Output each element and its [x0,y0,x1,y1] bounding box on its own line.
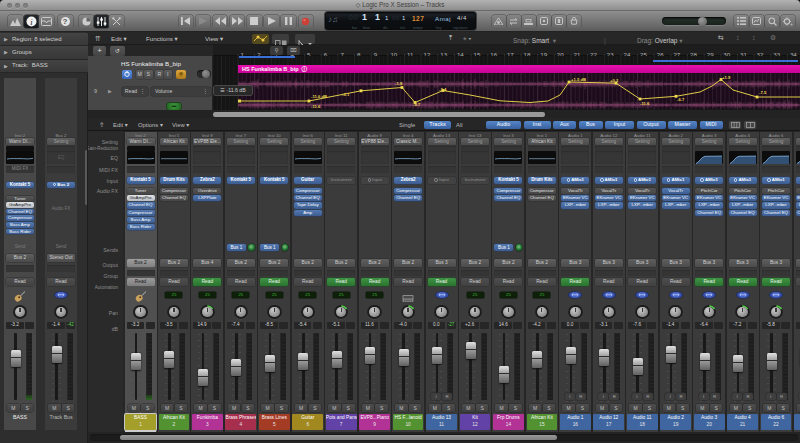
svg-text:-7.5: -7.5 [759,90,767,95]
svg-text:-11.6: -11.6 [640,101,650,106]
svg-text:-1.8: -1.8 [395,81,403,86]
svg-text:-3.1: -3.1 [342,92,350,97]
svg-text:-11.6 dB: -11.6 dB [311,94,327,99]
svg-text:-3.4: -3.4 [439,87,447,92]
svg-text:+1.5 dB: +1.5 dB [571,77,586,82]
svg-text:+1.9: +1.9 [722,75,731,80]
svg-text:-9.7: -9.7 [413,102,421,107]
svg-text:+: + [790,20,793,25]
svg-text:-6.7: -6.7 [677,97,685,102]
svg-text:-11.6: -11.6 [311,104,321,109]
svg-text:+0.2: +0.2 [610,78,619,83]
